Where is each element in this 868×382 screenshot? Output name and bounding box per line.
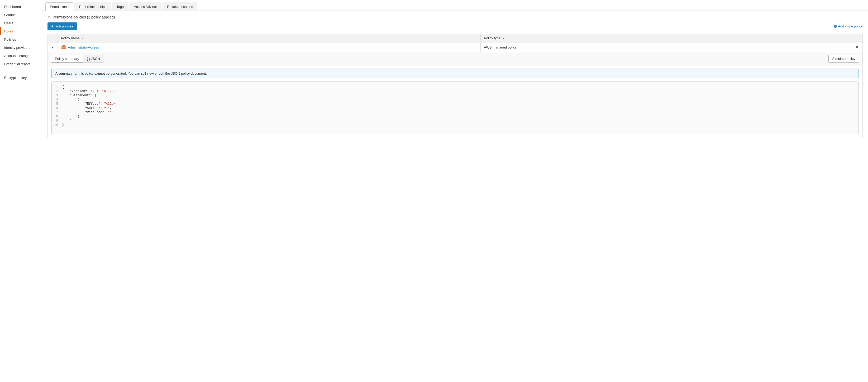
string-value: "2012-10-17" [91, 89, 114, 93]
string-value: "*" [104, 106, 110, 110]
policy-svg-icon [61, 45, 66, 50]
tab-tags[interactable]: Tags [112, 2, 128, 11]
string-value: "Allow" [104, 102, 117, 106]
policy-type-sort-icon[interactable]: ▼ [503, 37, 505, 40]
toolbar-row: Attach policies ⊕ Add inline policy [48, 23, 863, 30]
line-number: 10 [52, 123, 62, 127]
plain-text: "Effect": [62, 102, 104, 106]
attach-policies-button[interactable]: Attach policies [48, 23, 77, 30]
policy-type-label: Policy type [484, 36, 500, 40]
line-number: 5 [52, 102, 62, 106]
add-inline-plus-icon: ⊕ [833, 24, 837, 29]
svg-rect-2 [61, 47, 66, 48]
string-value: "*" [108, 110, 114, 114]
code-line: 6 "Action": "*", [52, 106, 859, 110]
line-number: 4 [52, 98, 62, 102]
code-line: 5 "Effect": "Allow", [52, 102, 859, 106]
line-number: 1 [52, 85, 62, 89]
code-line: 9 ] [52, 119, 859, 123]
line-content: "Resource": "*" [62, 110, 114, 114]
add-inline-label: Add inline policy [838, 24, 863, 28]
checkbox-col-header [48, 34, 58, 42]
line-content: } [62, 123, 64, 127]
policy-type-cell: AWS managed policy [481, 42, 852, 52]
plain-text: , [114, 89, 115, 93]
code-line: 1{ [52, 85, 859, 89]
line-content: "Effect": "Allow", [62, 102, 119, 106]
code-line: 7 "Resource": "*" [52, 110, 859, 115]
svg-rect-1 [63, 45, 65, 46]
code-editor[interactable]: 1{2 "Version": "2012-10-17",3 "Statement… [52, 82, 859, 134]
code-line: 8 } [52, 115, 859, 119]
plain-text: "Action": [62, 106, 104, 110]
plain-text: } [62, 115, 80, 119]
tab-access-advisor[interactable]: Access Advisor [129, 2, 161, 11]
code-line: 3 "Statement": [ [52, 93, 859, 98]
table-row: ▼ AdministratorAccess AWS managed policy… [48, 42, 863, 52]
tab-permissions[interactable]: Permissions [45, 2, 73, 11]
plain-text: } [62, 123, 64, 127]
policy-name-link[interactable]: AdministratorAccess [68, 45, 99, 49]
line-number: 6 [52, 106, 62, 110]
policy-name-label: Policy name [61, 36, 80, 40]
sub-tab-policy-summary[interactable]: Policy summary [51, 55, 83, 63]
line-number: 7 [52, 110, 62, 114]
line-content: { [62, 85, 64, 89]
expanded-policy-area: Policy summary{ } JSON Simulate policy A… [48, 52, 863, 138]
policy-name-sort-icon[interactable]: ▼ [82, 37, 84, 40]
policy-remove-cell: ✕ [852, 42, 863, 52]
sidebar-item-identity-providers[interactable]: Identity providers [0, 43, 42, 52]
line-content: ] [62, 119, 72, 123]
row-check-col: ▼ [48, 42, 58, 52]
sub-tab-json[interactable]: { } JSON [83, 55, 104, 63]
line-content: "Version": "2012-10-17", [62, 89, 116, 93]
sub-tabs-row: Policy summary{ } JSON Simulate policy [48, 52, 863, 65]
tab-trust-relationships[interactable]: Trust relationships [74, 2, 111, 11]
simulate-policy-button[interactable]: Simulate policy [829, 55, 859, 63]
sidebar-item-credential-report[interactable]: Credential report [0, 60, 42, 68]
add-inline-policy-link[interactable]: ⊕ Add inline policy [833, 24, 863, 29]
policy-remove-button[interactable]: ✕ [855, 45, 859, 49]
sidebar-item-roles[interactable]: Roles [0, 27, 42, 35]
table-header: Policy name ▼ Policy type ▼ [48, 34, 863, 42]
sidebar-divider [0, 71, 42, 71]
code-line: 2 "Version": "2012-10-17", [52, 89, 859, 93]
sidebar-item-account-settings[interactable]: Account settings [0, 52, 42, 60]
sidebar: DashboardGroupsUsersRolesPoliciesIdentit… [0, 0, 42, 382]
sub-tabs: Policy summary{ } JSON [51, 55, 104, 63]
tab-bar: PermissionsTrust relationshipsTagsAccess… [42, 0, 868, 11]
code-line: 4 { [52, 98, 859, 102]
plain-text: "Resource": [62, 110, 108, 114]
line-content: "Action": "*", [62, 106, 112, 110]
content-area: ▼ Permissions policies (1 policy applied… [42, 11, 868, 142]
info-banner: A summary for this policy cannot be gene… [52, 69, 859, 78]
code-line: 10} [52, 123, 859, 127]
plain-text: "Statement": [ [62, 94, 97, 97]
header-row: Policy name ▼ Policy type ▼ [48, 34, 863, 42]
line-content: "Statement": [ [62, 94, 97, 97]
row-expand-chevron[interactable]: ▼ [51, 46, 54, 49]
plain-text: "Version": [62, 89, 91, 93]
sidebar-item-users[interactable]: Users [0, 19, 42, 27]
policy-table: Policy name ▼ Policy type ▼ ▼ [48, 34, 863, 52]
policy-name-header: Policy name ▼ [58, 34, 480, 42]
plain-text: ] [62, 119, 72, 123]
sidebar-item-policies[interactable]: Policies [0, 35, 42, 43]
sidebar-item-encryption-keys[interactable]: Encryption keys [0, 73, 42, 82]
line-number: 3 [52, 94, 62, 97]
plain-text: , [110, 106, 112, 110]
sidebar-item-dashboard[interactable]: Dashboard [0, 3, 42, 11]
plain-text: , [117, 102, 119, 106]
line-content: { [62, 98, 80, 102]
action-col-header [852, 34, 863, 42]
policy-table-body: ▼ AdministratorAccess AWS managed policy… [48, 42, 863, 52]
tab-revoke-sessions[interactable]: Revoke sessions [162, 2, 197, 11]
sidebar-item-groups[interactable]: Groups [0, 11, 42, 19]
line-number: 2 [52, 89, 62, 93]
line-number: 9 [52, 119, 62, 123]
line-content: } [62, 115, 80, 119]
section-chevron[interactable]: ▼ [48, 15, 51, 19]
section-header: ▼ Permissions policies (1 policy applied… [48, 15, 863, 19]
plain-text: { [62, 85, 64, 89]
section-title: Permissions policies (1 policy applied) [53, 15, 115, 19]
